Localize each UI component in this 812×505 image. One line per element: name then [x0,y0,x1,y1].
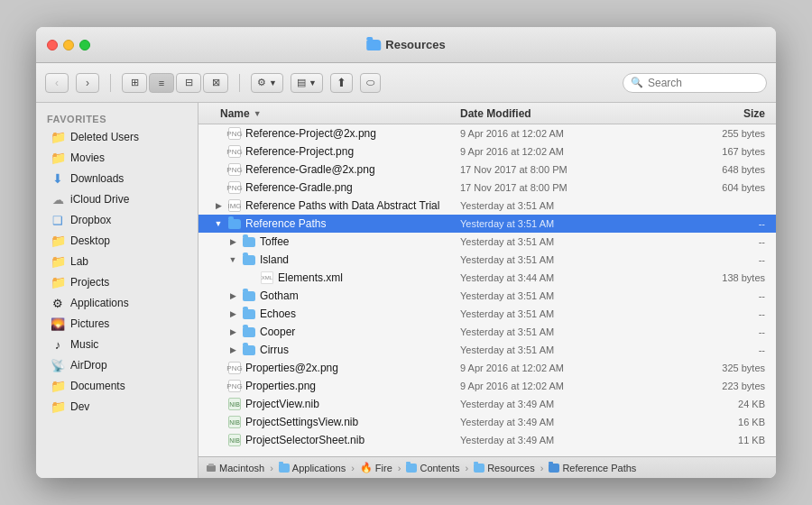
table-row[interactable]: PNG Reference-Project.png 9 Apr 2016 at … [198,142,776,161]
sidebar-item-projects[interactable]: 📁 Projects [40,272,194,292]
table-row[interactable]: PNG Reference-Gradle.png 17 Nov 2017 at … [198,179,776,197]
sidebar-item-music[interactable]: ♪ Music [40,335,194,354]
path-item-applications[interactable]: Applications [279,463,346,473]
disclosure-icon [213,399,224,409]
column-view-button[interactable]: ⊟ [176,73,201,93]
table-row[interactable]: ▶ IMG Reference Paths with Data Abstract… [198,197,776,215]
title-bar: Resources [36,27,776,63]
disclosure-icon [213,381,224,391]
table-row[interactable]: PNG Properties@2x.png 9 Apr 2016 at 12:0… [198,359,776,377]
share-icon: ⬆ [337,76,346,89]
path-item-fire[interactable]: 🔥 Fire [360,462,392,473]
sidebar-item-downloads[interactable]: ⬇ Downloads [40,169,194,188]
file-type-icon [242,343,256,357]
tag-button[interactable]: ⬭ [360,73,381,93]
list-view-button[interactable]: ≡ [149,73,174,93]
file-name: PNG Reference-Gradle@2x.png [198,162,460,177]
file-date: Yesterday at 3:51 AM [460,308,623,319]
file-size: 24 KB [623,399,776,409]
path-item-reference-paths[interactable]: Reference Paths [549,463,636,473]
sidebar-item-movies[interactable]: 📁 Movies [40,148,194,168]
cover-flow-button[interactable]: ⊠ [203,73,228,93]
minimize-button[interactable] [63,40,74,50]
file-date: Yesterday at 3:49 AM [460,417,623,427]
sidebar-item-icloud[interactable]: ☁ iCloud Drive [40,189,194,209]
table-row[interactable]: ▶ Echoes Yesterday at 3:51 AM -- [198,305,776,323]
sidebar-item-deleted-users[interactable]: 📁 Deleted Users [40,127,194,147]
table-row[interactable]: XML Elements.xml Yesterday at 3:44 AM 13… [198,269,776,287]
icon-view-button[interactable]: ⊞ [122,73,147,93]
file-date: Yesterday at 3:51 AM [460,200,623,211]
file-date: 9 Apr 2016 at 12:02 AM [460,128,623,139]
file-size: 325 bytes [623,363,776,373]
sidebar-item-documents[interactable]: 📁 Documents [40,376,194,396]
search-input[interactable] [648,77,759,89]
file-date: Yesterday at 3:44 AM [460,272,623,283]
cloud-icon: ☁ [51,192,65,207]
table-row[interactable]: PNG Reference-Project@2x.png 9 Apr 2016 … [198,124,776,142]
table-row[interactable]: ▶ Toffee Yesterday at 3:51 AM -- [198,233,776,251]
file-name: ▶ Cooper [198,325,460,339]
traffic-lights [47,40,90,50]
file-name: PNG Properties@2x.png [198,361,460,375]
path-bar: Macintosh › Applications › 🔥 Fire › [198,456,776,478]
table-row[interactable]: NIB ProjectView.nib Yesterday at 3:49 AM… [198,395,776,413]
close-button[interactable] [47,40,58,50]
table-row[interactable]: NIB ProjectSettingsView.nib Yesterday at… [198,413,776,431]
file-name: NIB ProjectView.nib [198,397,460,411]
share-button[interactable]: ⬆ [330,73,353,93]
action-button[interactable]: ⚙ ▼ [251,73,283,93]
folder-icon: 📁 [51,234,65,248]
disclosure-icon [213,146,224,157]
table-row[interactable]: ▼ Reference Paths Yesterday at 3:51 AM -… [198,215,776,233]
path-item-contents[interactable]: Contents [406,463,459,473]
music-icon: ♪ [51,337,65,352]
file-date: 9 Apr 2016 at 12:02 AM [460,146,623,157]
table-row[interactable]: ▶ Cooper Yesterday at 3:51 AM -- [198,323,776,341]
table-row[interactable]: NIB ProjectSelectorSheet.nib Yesterday a… [198,431,776,449]
column-header: Name ▼ Date Modified Size [198,103,776,124]
disclosure-icon: ▶ [227,236,238,247]
table-row[interactable]: PNG Properties.png 9 Apr 2016 at 12:02 A… [198,377,776,395]
disclosure-icon: ▶ [227,308,238,319]
path-separator: › [398,463,401,473]
path-item-macintosh[interactable]: Macintosh [206,463,264,473]
path-separator: › [465,463,468,473]
disclosure-icon [213,363,224,373]
table-row[interactable]: ▶ Gotham Yesterday at 3:51 AM -- [198,287,776,305]
sidebar-section-favorites: Favorites [36,110,198,126]
file-type-icon: PNG [227,379,242,393]
file-type-icon [242,234,256,249]
file-name: ▶ Gotham [198,289,460,303]
file-date: 17 Nov 2017 at 8:00 PM [460,164,623,175]
file-type-icon: PNG [227,180,242,195]
file-date: Yesterday at 3:51 AM [460,236,623,247]
search-icon: 🔍 [631,77,643,88]
file-name: XML Elements.xml [198,271,460,285]
name-column-header[interactable]: Name ▼ [198,107,460,120]
sidebar-item-desktop[interactable]: 📁 Desktop [40,231,194,251]
sidebar-item-dev[interactable]: 📁 Dev [40,397,194,417]
file-date: Yesterday at 3:51 AM [460,344,623,355]
file-size: 604 bytes [623,182,776,193]
toolbar-separator-2 [239,74,240,92]
sidebar-item-pictures[interactable]: 🌄 Pictures [40,314,194,334]
file-date: 9 Apr 2016 at 12:02 AM [460,381,623,391]
table-row[interactable]: ▶ Cirrus Yesterday at 3:51 AM -- [198,341,776,359]
maximize-button[interactable] [79,40,90,50]
back-button[interactable]: ‹ [45,73,69,93]
disclosure-icon: ▶ [227,344,238,355]
sidebar-item-lab[interactable]: 📁 Lab [40,252,194,271]
sidebar-item-dropbox[interactable]: ❑ Dropbox [40,210,194,230]
path-item-resources[interactable]: Resources [474,463,535,473]
sidebar-item-airdrop[interactable]: 📡 AirDrop [40,355,194,375]
applications-icon: ⚙ [51,296,65,310]
file-date: Yesterday at 3:51 AM [460,290,623,301]
table-row[interactable]: PNG Reference-Gradle@2x.png 17 Nov 2017 … [198,161,776,179]
path-separator: › [540,463,544,473]
table-row[interactable]: ▼ Island Yesterday at 3:51 AM -- [198,251,776,269]
arrange-button[interactable]: ▤ ▼ [291,73,323,93]
disclosure-icon [213,164,224,175]
forward-button[interactable]: › [76,73,99,93]
sidebar-item-applications[interactable]: ⚙ Applications [40,293,194,313]
